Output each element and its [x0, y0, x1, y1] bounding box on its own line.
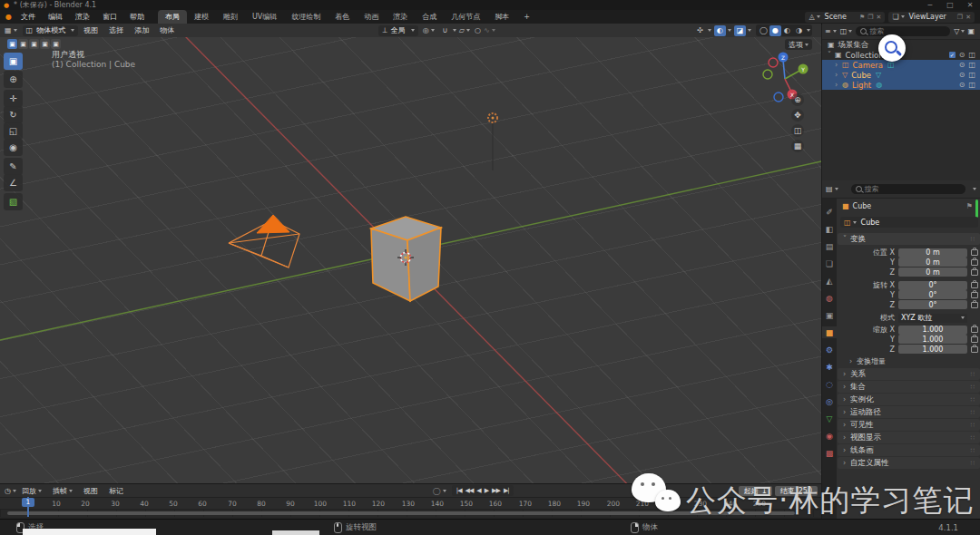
panel-motion-paths[interactable]: ›运动路径∷ — [838, 406, 980, 418]
light-hide-eye-icon[interactable]: ⊙ — [959, 81, 965, 89]
frame-end-field[interactable]: 结束 250 — [775, 486, 818, 496]
snap-toggle[interactable]: ∪ — [439, 25, 456, 36]
tool-cursor[interactable]: ⊕ — [4, 71, 23, 88]
blender-menu-icon[interactable]: ● — [5, 13, 12, 21]
workspace-tab-layout[interactable]: 布局 — [158, 10, 187, 24]
panel-instancing[interactable]: ›实例化∷ — [838, 394, 980, 405]
snap-target-selector[interactable]: ▱ — [459, 26, 470, 34]
show-gizmo-toggle[interactable]: ✣ — [694, 25, 711, 36]
scene-delete-icon[interactable]: ✕ — [877, 14, 882, 21]
play-reverse-button[interactable]: ◀ — [475, 487, 482, 494]
camera-object[interactable] — [229, 215, 299, 268]
light-render-icon[interactable]: ◫ — [968, 81, 975, 89]
panel-collections[interactable]: ›集合∷ — [838, 381, 980, 393]
transform-panel-header[interactable]: ˅ 变换 ∷ — [838, 233, 980, 245]
gizmo-z-neg[interactable] — [774, 92, 783, 102]
tab-particles[interactable]: ✱ — [822, 361, 837, 373]
frame-start-field[interactable]: 起始 1 — [739, 486, 772, 496]
tab-object[interactable]: ■ — [822, 326, 837, 338]
outliner-filter-button[interactable]: ▽ — [954, 27, 965, 35]
lock-icon[interactable] — [971, 292, 978, 298]
scene-new-icon[interactable]: ❐ — [867, 14, 873, 21]
rotation-mode-dropdown[interactable]: XYZ 欧拉 — [898, 314, 967, 323]
outliner-row-camera[interactable]: › ◫ Camera ◫ ⊙ ◫ — [822, 60, 980, 70]
workspace-tab-uv[interactable]: UV编辑 — [245, 10, 284, 24]
lock-icon[interactable] — [971, 259, 978, 266]
camera-hide-eye-icon[interactable]: ⊙ — [959, 61, 965, 69]
panel-relations[interactable]: ›关系∷ — [838, 368, 980, 380]
editor-type-icon[interactable]: ▦ — [5, 26, 17, 34]
shading-solid-button[interactable]: ● — [769, 25, 781, 36]
scene-pin-icon[interactable]: ⚑ — [859, 14, 865, 21]
panel-viewport-display[interactable]: ›视图显示∷ — [838, 432, 980, 443]
timeline-menu-view[interactable]: 视图 — [78, 486, 103, 496]
menu-file[interactable]: 文件 — [15, 10, 42, 24]
panel-visibility[interactable]: ›可见性∷ — [838, 419, 980, 431]
proportional-edit-toggle[interactable]: ○ — [475, 26, 481, 34]
play-button[interactable]: ▶ — [483, 487, 490, 494]
outliner-filter-object[interactable]: ◫ — [840, 27, 853, 35]
collection-hide-eye-icon[interactable]: ⊙ — [959, 51, 965, 59]
select-mode-set[interactable]: ▣ — [7, 39, 17, 49]
workspace-add-button[interactable]: + — [516, 10, 537, 24]
tool-select-box[interactable]: ▣ — [4, 53, 23, 70]
current-frame-badge[interactable]: 1 — [22, 498, 34, 507]
pin-icon[interactable]: ⚑ — [966, 202, 973, 210]
tab-tool[interactable]: ✐ — [822, 206, 837, 218]
rotation-y-input[interactable]: 0° — [898, 290, 967, 299]
maximize-button[interactable]: □ — [940, 1, 960, 9]
rotation-x-input[interactable]: 0° — [898, 281, 967, 290]
menu-edit[interactable]: 编辑 — [42, 10, 69, 24]
menu-select[interactable]: 选择 — [103, 25, 129, 35]
object-name-field[interactable]: Cube — [861, 219, 880, 227]
menu-object[interactable]: 物体 — [154, 25, 180, 35]
viewport-canvas[interactable]: Z Y X ▣ ▣ ▣ ▣ ▣ 选项 用户透视 (1) Collection |… — [0, 37, 821, 483]
workspace-tab-animation[interactable]: 动画 — [357, 10, 386, 24]
lock-icon[interactable] — [971, 326, 978, 333]
workspace-tab-sculpting[interactable]: 雕刻 — [216, 10, 245, 24]
mode-selector[interactable]: ◫ 物体模式 — [23, 25, 79, 36]
falloff-selector[interactable]: ∿ — [484, 26, 495, 34]
xray-toggle[interactable]: ◪ — [734, 25, 751, 36]
timeline-scrollbar[interactable] — [7, 511, 795, 515]
menu-window[interactable]: 窗口 — [96, 10, 123, 24]
gizmo-x-neg[interactable] — [769, 58, 778, 67]
workspace-tab-texture-paint[interactable]: 纹理绘制 — [284, 10, 328, 24]
collection-render-icon[interactable]: ◫ — [968, 51, 975, 59]
light-expand-arrow[interactable]: › — [835, 81, 842, 89]
subpanel-delta-transform[interactable]: › 变换增量 — [849, 356, 980, 366]
tab-texture[interactable]: ▩ — [822, 447, 837, 459]
menu-view[interactable]: 视图 — [78, 25, 103, 35]
timeline-menu-marker[interactable]: 标记 — [103, 486, 129, 496]
cube-expand-arrow[interactable]: › — [835, 71, 842, 79]
pivot-point-selector[interactable]: ◎ — [423, 26, 435, 34]
tool-annotate[interactable]: ✎ — [4, 158, 23, 175]
viewlayer-new-icon[interactable]: ❐ — [957, 14, 963, 21]
panel-grip-icon[interactable]: ∷ — [971, 236, 975, 243]
rotation-z-input[interactable]: 0° — [898, 300, 967, 309]
workspace-tab-geometry-nodes[interactable]: 几何节点 — [444, 10, 487, 24]
menu-help[interactable]: 帮助 — [123, 10, 151, 24]
scene-selector[interactable]: ◬ Scene ⚑ ❐ ✕ — [805, 12, 885, 23]
viewlayer-selector[interactable]: ❏ ViewLayer ❐ ✕ — [888, 12, 975, 23]
workspace-tab-rendering[interactable]: 渲染 — [386, 10, 415, 24]
prev-keyframe-button[interactable]: ◀◀ — [464, 487, 475, 494]
collection-checkbox[interactable]: ✓ — [949, 52, 956, 58]
tab-output[interactable]: ▤ — [822, 240, 837, 252]
scale-z-input[interactable]: 1.000 — [898, 345, 967, 354]
tab-material[interactable]: ◉ — [822, 430, 837, 442]
camera-expand-arrow[interactable]: › — [835, 61, 842, 69]
location-x-input[interactable]: 0 m — [898, 248, 967, 258]
outliner-row-light[interactable]: › ◍ Light ◍ ⊙ ◫ — [822, 80, 980, 90]
lock-icon[interactable] — [971, 336, 978, 343]
tab-view-layer[interactable]: ❏ — [822, 258, 837, 269]
scale-x-input[interactable]: 1.000 — [898, 326, 967, 335]
camera-view-icon[interactable]: ◫ — [791, 124, 804, 137]
scale-y-input[interactable]: 1.000 — [898, 335, 967, 344]
shading-material-button[interactable]: ◐ — [781, 25, 793, 36]
properties-search-input[interactable]: 搜索 — [851, 184, 965, 194]
workspace-tab-modeling[interactable]: 建模 — [187, 10, 216, 24]
tab-render[interactable]: ◧ — [822, 223, 837, 235]
pan-view-icon[interactable]: ✥ — [791, 109, 804, 122]
select-mode-invert[interactable]: ▣ — [40, 39, 50, 49]
